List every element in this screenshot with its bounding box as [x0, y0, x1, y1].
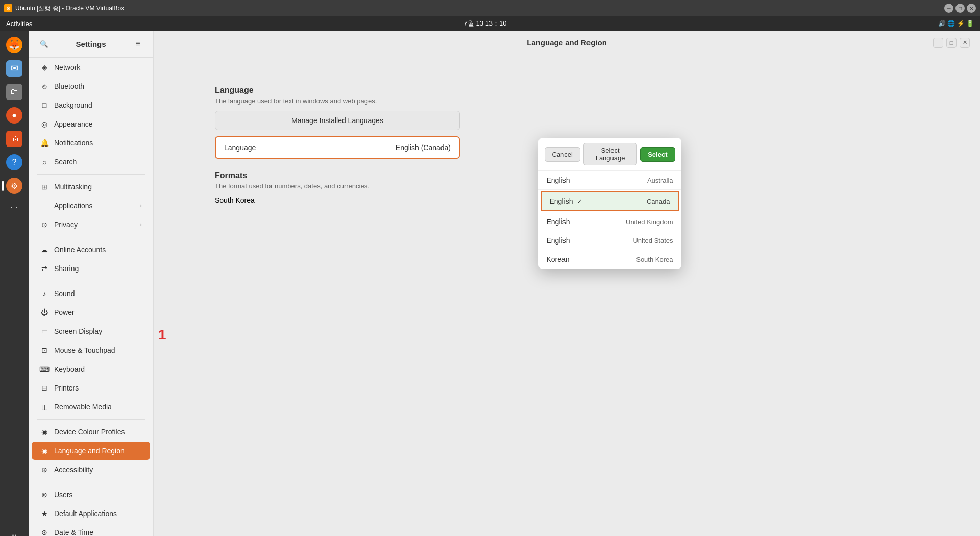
language-value: English (Canada) — [396, 143, 451, 152]
close-button[interactable]: ✕ — [967, 4, 976, 13]
network-icon: ◈ — [40, 63, 49, 72]
dialog-row-4[interactable]: KoreanSouth Korea — [538, 250, 681, 269]
sidebar-item-screen-display[interactable]: ▭Screen Display — [32, 322, 150, 340]
language-and-region-label: Language and Region — [54, 447, 142, 455]
app-icon: ⚙ — [4, 4, 12, 12]
dock-settings[interactable]: ⚙ — [4, 176, 24, 196]
sidebar-header: 🔍 Settings ≡ — [29, 31, 153, 58]
sidebar-item-privacy[interactable]: ⊙Privacy› — [32, 215, 150, 234]
sidebar-item-printers[interactable]: ⊟Printers — [32, 379, 150, 397]
minimize-button[interactable]: ─ — [944, 4, 953, 13]
dialog-row-lang-4: Korean — [547, 255, 570, 263]
manage-languages-button[interactable]: Manage Installed Languages — [215, 111, 460, 130]
keyboard-label: Keyboard — [54, 365, 142, 373]
dialog-row-region-4: South Korea — [636, 256, 673, 263]
printers-icon: ⊟ — [40, 383, 49, 393]
taskbar-clock: 7월 13 13：10 — [464, 19, 507, 28]
dock-store[interactable]: 🛍 — [4, 129, 24, 149]
dock-firefox[interactable]: 🦊 — [4, 35, 24, 55]
inner-minimize-button[interactable]: ─ — [933, 38, 943, 48]
sound-icon: ♪ — [40, 289, 49, 298]
dialog-row-2[interactable]: EnglishUnited Kingdom — [538, 212, 681, 231]
dock-trash[interactable]: 🗑 — [4, 199, 24, 220]
device-colour-profiles-icon: ◉ — [40, 427, 49, 436]
power-icon: ⏻ — [40, 308, 49, 317]
sidebar-item-date-time[interactable]: ⊛Date & Time — [32, 523, 150, 536]
dialog-select-button[interactable]: Select — [640, 147, 675, 162]
search-label: Search — [54, 158, 142, 166]
sidebar-item-sound[interactable]: ♪Sound — [32, 284, 150, 303]
search-icon: ⌕ — [40, 157, 49, 166]
sidebar-item-bluetooth[interactable]: ⎋Bluetooth — [32, 77, 150, 95]
activities-label[interactable]: Activities — [6, 20, 32, 28]
removable-media-icon: ◫ — [40, 402, 49, 411]
background-label: Background — [54, 101, 142, 109]
dock-mail[interactable]: ✉ — [4, 58, 24, 79]
sidebar-item-sharing[interactable]: ⇄Sharing — [32, 259, 150, 278]
dialog-row-3[interactable]: EnglishUnited States — [538, 231, 681, 250]
sidebar-item-search[interactable]: ⌕Search — [32, 153, 150, 171]
sidebar-item-device-colour-profiles[interactable]: ◉Device Colour Profiles — [32, 423, 150, 441]
applications-label: Applications — [54, 202, 135, 210]
sidebar-item-users[interactable]: ⊚Users — [32, 485, 150, 504]
sidebar-item-removable-media[interactable]: ◫Removable Media — [32, 398, 150, 416]
sidebar-divider-removable-media — [37, 419, 145, 420]
main-window: 🦊 ✉ 🗂 ● 🛍 ? ⚙ 🗑 ⠿ 🔍 — [0, 31, 980, 536]
sidebar-item-multitasking[interactable]: ⊞Multitasking — [32, 178, 150, 196]
sidebar-item-background[interactable]: □Background — [32, 96, 150, 114]
sidebar-item-accessibility[interactable]: ⊕Accessibility — [32, 460, 150, 479]
appearance-label: Appearance — [54, 120, 142, 128]
sidebar-item-online-accounts[interactable]: ☁Online Accounts — [32, 240, 150, 259]
maximize-button[interactable]: □ — [955, 4, 965, 13]
sidebar-item-default-applications[interactable]: ★Default Applications — [32, 504, 150, 523]
taskbar-right: 🔊 🌐 ⚡ 🔋 — [938, 20, 974, 27]
dialog-row-check-1: ✓ — [577, 198, 582, 205]
content-area: Language and Region ─ □ ✕ 2 Language The… — [154, 31, 980, 536]
accessibility-icon: ⊕ — [40, 465, 49, 474]
dialog-row-lang-3: English — [547, 236, 570, 245]
applications-icon: ≣ — [40, 201, 49, 210]
dock-apps-grid[interactable]: ⠿ — [4, 528, 24, 536]
printers-label: Printers — [54, 384, 142, 392]
dialog-row-lang-2: English — [547, 217, 570, 226]
sidebar-item-applications[interactable]: ≣Applications› — [32, 197, 150, 215]
sidebar-item-appearance[interactable]: ◎Appearance — [32, 115, 150, 133]
sidebar-item-network[interactable]: ◈Network — [32, 58, 150, 77]
sidebar-divider-privacy — [37, 237, 145, 237]
sidebar-item-notifications[interactable]: 🔔Notifications — [32, 134, 150, 152]
sidebar-menu-button[interactable]: ≡ — [131, 37, 145, 51]
language-and-region-icon: ◉ — [40, 446, 49, 455]
dock-ubuntu[interactable]: ● — [4, 105, 24, 126]
notifications-icon: 🔔 — [40, 138, 49, 148]
device-colour-profiles-label: Device Colour Profiles — [54, 428, 142, 436]
bluetooth-icon: ⎋ — [40, 82, 49, 91]
sidebar-item-language-and-region[interactable]: ◉Language and Region — [32, 442, 150, 460]
dialog-row-region-2: United Kingdom — [626, 218, 673, 226]
users-label: Users — [54, 491, 142, 499]
multitasking-icon: ⊞ — [40, 182, 49, 191]
dialog-row-lang-0: English — [547, 176, 570, 184]
inner-close-button[interactable]: ✕ — [960, 38, 970, 48]
inner-maximize-button[interactable]: □ — [946, 38, 957, 48]
sidebar-item-keyboard[interactable]: ⌨Keyboard — [32, 360, 150, 378]
dialog-cancel-button[interactable]: Cancel — [545, 147, 580, 162]
dock-files[interactable]: 🗂 — [4, 82, 24, 102]
language-row[interactable]: Language English (Canada) — [215, 136, 460, 159]
sidebar-divider-search — [37, 174, 145, 175]
applications-arrow: › — [140, 202, 142, 209]
formats-value: South Korea — [215, 196, 255, 204]
dialog-row-1[interactable]: English✓Canada — [541, 191, 679, 211]
privacy-icon: ⊙ — [40, 220, 49, 229]
date-time-icon: ⊛ — [40, 528, 49, 536]
online-accounts-icon: ☁ — [40, 245, 49, 254]
sidebar-item-mouse-touchpad[interactable]: ⊡Mouse & Touchpad — [32, 341, 150, 359]
sidebar-search-button[interactable]: 🔍 — [37, 37, 51, 51]
sidebar-item-power[interactable]: ⏻Power — [32, 303, 150, 322]
dialog-row-0[interactable]: EnglishAustralia — [538, 171, 681, 190]
screen-display-label: Screen Display — [54, 327, 142, 335]
removable-media-label: Removable Media — [54, 403, 142, 411]
dialog-select-language-button[interactable]: Select Language — [583, 143, 637, 165]
dock: 🦊 ✉ 🗂 ● 🛍 ? ⚙ 🗑 ⠿ — [0, 31, 29, 536]
dock-help[interactable]: ? — [4, 152, 24, 173]
system-tray: 🔊 🌐 ⚡ 🔋 — [938, 20, 974, 27]
